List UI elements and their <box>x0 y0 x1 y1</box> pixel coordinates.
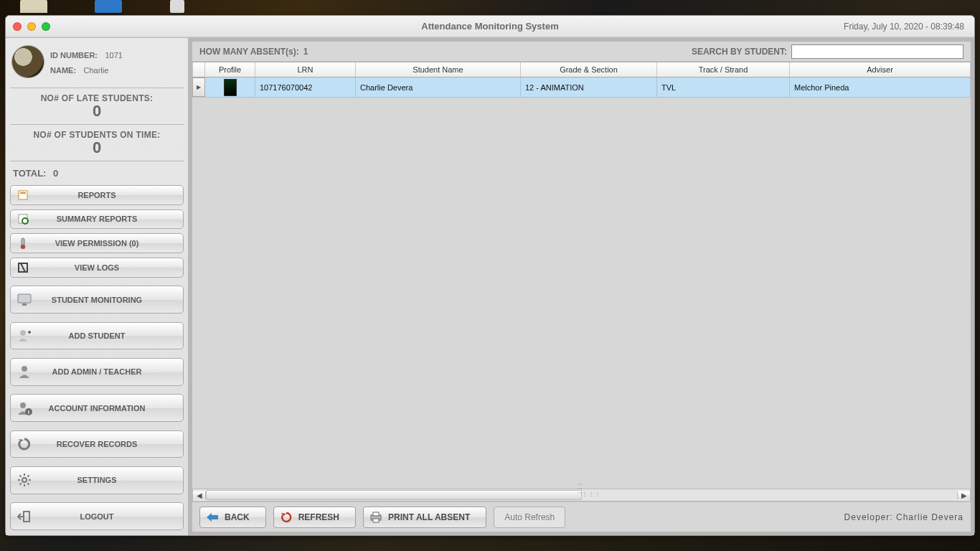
top-toolbar: HOW MANY ABSENT(s): 1 SEARCH BY STUDENT: <box>192 42 971 62</box>
col-lrn[interactable]: LRN <box>255 62 356 77</box>
recover-icon <box>17 436 32 452</box>
grid-header: Profile LRN Student Name Grade & Section… <box>192 62 971 77</box>
late-value: 0 <box>10 103 184 119</box>
dock-app-icon[interactable] <box>95 0 122 13</box>
settings-button[interactable]: SETTINGS <box>10 466 184 494</box>
reports-button[interactable]: REPORTS <box>10 185 184 205</box>
maximize-window-button[interactable] <box>42 22 50 31</box>
footer-toolbar: BACK REFRESH PRINT ALL ABSENT Auto Refre… <box>192 501 971 532</box>
add-admin-button[interactable]: ADD ADMIN / TEACHER <box>10 358 184 386</box>
profile-block: ID NUMBER: 1071 NAME: Charlie <box>10 42 184 85</box>
id-label: ID NUMBER: <box>50 51 98 60</box>
cell-lrn: 107176070042 <box>255 77 356 97</box>
close-window-button[interactable] <box>13 22 22 31</box>
svg-point-10 <box>22 366 27 372</box>
svg-rect-15 <box>24 512 29 522</box>
svg-text:i: i <box>28 410 29 415</box>
total-label: TOTAL: <box>13 168 46 179</box>
ontime-value: 0 <box>10 140 184 156</box>
view-permission-button[interactable]: VIEW PERMISSION (0) <box>10 233 184 253</box>
scroll-thumb[interactable] <box>206 490 582 500</box>
svg-rect-8 <box>22 303 27 306</box>
printer-icon <box>369 511 382 524</box>
window-title: Attendance Monitoring System <box>6 21 974 32</box>
gear-icon <box>17 472 32 488</box>
sidebar: ID NUMBER: 1071 NAME: Charlie NO# OF LAT… <box>6 38 189 535</box>
logout-button[interactable]: LOGOUT <box>10 502 184 530</box>
main-panel: HOW MANY ABSENT(s): 1 SEARCH BY STUDENT:… <box>189 38 974 535</box>
total-value: 0 <box>53 168 58 179</box>
reports-icon <box>17 189 29 202</box>
refresh-button[interactable]: REFRESH <box>273 507 356 528</box>
grid-empty-area <box>192 98 971 489</box>
permission-icon <box>17 237 29 250</box>
svg-rect-18 <box>373 512 379 516</box>
svg-point-11 <box>20 402 26 408</box>
svg-point-5 <box>21 245 25 249</box>
scroll-right-icon[interactable]: ▶ <box>957 491 970 499</box>
back-button[interactable]: BACK <box>199 507 266 528</box>
monitoring-icon <box>17 292 32 308</box>
summary-icon <box>17 212 29 225</box>
logs-icon <box>17 261 29 274</box>
cell-name: Charlie Devera <box>356 77 521 97</box>
name-label: NAME: <box>50 66 76 75</box>
window-controls <box>13 22 50 31</box>
col-grade[interactable]: Grade & Section <box>521 62 657 77</box>
search-input[interactable] <box>791 44 963 59</box>
print-all-absent-button[interactable]: PRINT ALL ABSENT <box>363 507 486 528</box>
id-value: 1071 <box>105 51 122 60</box>
titlebar: Attendance Monitoring System Friday, Jul… <box>6 16 974 37</box>
total-stat: TOTAL: 0 <box>10 164 184 183</box>
svg-rect-7 <box>18 294 31 303</box>
desktop-dock <box>0 0 980 14</box>
col-name[interactable]: Student Name <box>356 62 521 77</box>
table-row[interactable]: 107176070042 Charlie Devera 12 - ANIMATI… <box>192 77 971 98</box>
dock-folder-icon[interactable] <box>20 0 47 13</box>
auto-refresh-button[interactable]: Auto Refresh <box>494 507 565 528</box>
col-profile[interactable]: Profile <box>205 62 255 77</box>
search-label: SEARCH BY STUDENT: <box>692 47 787 57</box>
svg-rect-0 <box>19 191 27 199</box>
dock-document-icon[interactable] <box>170 0 184 13</box>
col-track[interactable]: Track / Strand <box>657 62 790 77</box>
late-stat: NO# OF LATE STUDENTS: 0 <box>10 90 184 122</box>
cell-adviser: Melchor Pineda <box>790 77 971 97</box>
student-monitoring-button[interactable]: STUDENT MONITORING <box>10 286 184 314</box>
add-student-icon <box>17 328 32 344</box>
scroll-track[interactable]: ⋮⋮⋮ <box>206 489 957 501</box>
summary-reports-button[interactable]: SUMMARY REPORTS <box>10 209 184 230</box>
col-rowselector[interactable] <box>192 62 205 77</box>
avatar <box>11 45 44 78</box>
name-value: Charlie <box>84 66 109 75</box>
window-datetime: Friday, July 10, 2020 - 08:39:48 <box>844 22 964 32</box>
cell-grade: 12 - ANIMATION <box>521 77 657 97</box>
add-student-button[interactable]: ADD STUDENT <box>10 322 184 350</box>
refresh-icon <box>280 511 293 524</box>
row-indicator-icon[interactable] <box>192 77 205 97</box>
svg-rect-19 <box>373 519 379 522</box>
svg-point-9 <box>20 330 26 336</box>
svg-rect-16 <box>211 515 218 519</box>
logout-icon <box>17 509 32 524</box>
add-admin-icon <box>17 364 32 380</box>
col-adviser[interactable]: Adviser <box>790 62 971 77</box>
account-info-button[interactable]: i ACCOUNT INFORMATION <box>10 394 184 422</box>
students-grid: Profile LRN Student Name Grade & Section… <box>192 62 971 501</box>
account-icon: i <box>17 400 32 416</box>
cell-track: TVL <box>657 77 790 97</box>
horizontal-scrollbar[interactable]: ◀ ⋮⋮⋮ ▶ <box>192 489 971 501</box>
profile-thumbnail <box>224 79 237 96</box>
view-logs-button[interactable]: VIEW LOGS <box>10 258 184 278</box>
svg-point-14 <box>22 478 27 482</box>
ontime-stat: NO# OF STUDENTS ON TIME: 0 <box>10 127 184 159</box>
developer-credit: Developer: Charlie Devera <box>844 512 963 522</box>
recover-records-button[interactable]: RECOVER RECORDS <box>10 430 184 458</box>
absent-count-label: HOW MANY ABSENT(s): <box>199 47 299 57</box>
absent-count-value: 1 <box>303 47 308 57</box>
back-arrow-icon <box>206 511 219 524</box>
svg-rect-1 <box>20 192 26 194</box>
minimize-window-button[interactable] <box>27 22 36 31</box>
app-window: Attendance Monitoring System Friday, Jul… <box>5 15 975 536</box>
scroll-left-icon[interactable]: ◀ <box>193 491 206 499</box>
